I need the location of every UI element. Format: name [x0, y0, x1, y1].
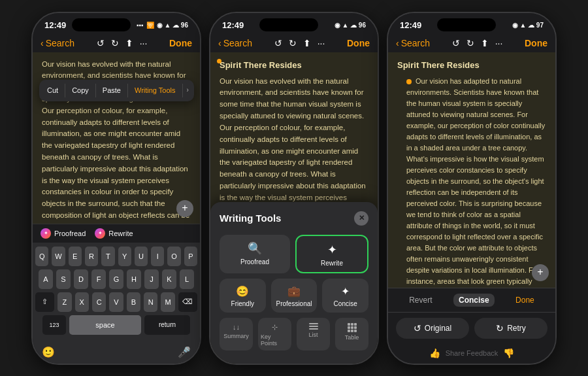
nav-back-3[interactable]: ‹ Search — [396, 38, 430, 48]
nav-done-2[interactable]: Done — [347, 38, 370, 48]
key-p[interactable]: P — [184, 247, 197, 266]
nav-done-1[interactable]: Done — [169, 38, 192, 48]
key-m[interactable]: M — [161, 292, 174, 312]
compose-icon-3[interactable]: ↺ — [452, 38, 460, 48]
key-l[interactable]: L — [180, 269, 194, 289]
note-text-1[interactable]: Our vision has evolved with the natural … — [33, 52, 200, 224]
mic-icon[interactable]: 🎤 — [178, 346, 191, 358]
professional-tool[interactable]: 💼 Professional — [271, 279, 318, 313]
key-space[interactable]: space — [69, 315, 141, 335]
key-a[interactable]: A — [39, 269, 53, 289]
nav-back-1[interactable]: ‹ Search — [41, 38, 74, 48]
nav-done-3[interactable]: Done — [525, 38, 547, 48]
phones-container: 12:49 ▪▪▪ 🛜 ◉ ▲ ☁ 96 ‹ Search ↺ ↻ ⬆ ··· … — [25, 5, 563, 371]
nav-back-2[interactable]: ‹ Search — [218, 38, 252, 48]
rewrite-tool[interactable]: ✦ Rewrite — [295, 235, 368, 273]
key-t[interactable]: T — [101, 247, 114, 266]
cut-button[interactable]: Cut — [41, 84, 65, 97]
redo-icon-2[interactable]: ↻ — [289, 38, 297, 48]
more-icon[interactable]: ··· — [140, 38, 148, 48]
concise-option[interactable]: Concise — [453, 294, 495, 307]
redo-icon-3[interactable]: ↻ — [466, 38, 474, 48]
key-s[interactable]: S — [56, 269, 71, 289]
key-h[interactable]: H — [127, 269, 141, 289]
key-return[interactable]: return — [144, 315, 190, 335]
summary-label: Summary — [223, 333, 249, 339]
paste-button[interactable]: Paste — [96, 84, 128, 97]
key-g[interactable]: G — [109, 269, 123, 289]
share-icon[interactable]: ⬆ — [125, 38, 133, 48]
copy-button[interactable]: Copy — [65, 84, 96, 97]
key-o[interactable]: O — [167, 247, 180, 266]
nav-back-label-2[interactable]: Search — [223, 38, 252, 48]
concise-icon: ✦ — [341, 285, 350, 298]
revert-option[interactable]: Revert — [404, 294, 437, 307]
time-1: 12:49 — [44, 20, 66, 30]
friendly-tool[interactable]: 😊 Friendly — [220, 279, 266, 313]
done-option[interactable]: Done — [510, 294, 540, 307]
status-icons-2: ◉ ▲ ☁ 96 — [335, 22, 366, 29]
status-bar-1: 12:49 ▪▪▪ 🛜 ◉ ▲ ☁ 96 — [33, 13, 200, 35]
table-tool[interactable]: Table — [335, 318, 368, 350]
more-icon-2[interactable]: ··· — [318, 38, 325, 48]
key-v[interactable]: V — [109, 292, 123, 312]
key-x[interactable]: X — [75, 292, 89, 312]
rewrite-button[interactable]: ✦ Rewrite — [95, 228, 133, 239]
list-tool[interactable]: List — [297, 318, 330, 350]
original-button[interactable]: ↺ Original — [396, 318, 469, 339]
original-icon: ↺ — [414, 323, 421, 333]
more-icon-3[interactable]: ··· — [495, 38, 503, 48]
key-u[interactable]: U — [135, 247, 148, 266]
redo-icon[interactable]: ↻ — [111, 38, 119, 48]
key-z[interactable]: Z — [57, 292, 71, 312]
key-d[interactable]: D — [74, 269, 88, 289]
share-icon-2[interactable]: ⬆ — [303, 38, 311, 48]
key-n[interactable]: N — [144, 292, 157, 312]
bottom-bar-1: 🙂 🎤 — [33, 343, 200, 364]
rewrite-label: Rewrite — [108, 230, 133, 237]
key-j[interactable]: J — [144, 269, 159, 289]
concise-tool[interactable]: ✦ Concise — [322, 279, 368, 313]
key-b[interactable]: B — [127, 292, 140, 312]
nav-back-label-1[interactable]: Search — [46, 38, 74, 48]
compose-icon[interactable]: ↺ — [97, 38, 105, 48]
thumbs-down-icon[interactable]: 👎 — [503, 348, 514, 358]
keyboard-1[interactable]: Q W E R T Y U I O P A S D F G H J K L — [33, 243, 200, 343]
share-icon-3[interactable]: ⬆ — [481, 38, 489, 48]
key-k[interactable]: K — [162, 269, 176, 289]
feedback-text[interactable]: Share Feedback — [446, 349, 498, 357]
key-y[interactable]: Y — [118, 247, 131, 266]
proofread-button[interactable]: ✦ Proofread — [41, 228, 86, 239]
summary-tool[interactable]: ↓↓ Summary — [220, 318, 253, 350]
nav-back-label-3[interactable]: Search — [401, 38, 430, 48]
plus-button-3[interactable]: + — [532, 264, 549, 281]
key-i[interactable]: I — [151, 247, 164, 266]
selection-dot-2 — [217, 59, 221, 63]
compose-icon-2[interactable]: ↺ — [274, 38, 282, 48]
writing-tools-button[interactable]: Writing Tools — [128, 84, 183, 97]
key-w[interactable]: W — [52, 247, 65, 266]
friendly-icon: 😊 — [236, 285, 249, 298]
key-shift[interactable]: ⇧ — [35, 292, 54, 312]
key-r[interactable]: R — [85, 247, 98, 266]
proofread-tool-icon: 🔍 — [248, 241, 262, 256]
keypoints-tool[interactable]: ⊹ Key Points — [258, 318, 291, 350]
dynamic-island-2 — [259, 18, 318, 31]
proofread-tool[interactable]: 🔍 Proofread — [220, 235, 290, 273]
key-f[interactable]: F — [91, 269, 106, 289]
note-text-3[interactable]: Spirit There Resides Our vision has adap… — [388, 52, 555, 288]
key-123[interactable]: 123 — [42, 315, 66, 335]
phone-2: 12:49 ◉ ▲ ☁ 96 ‹ Search ↺ ↻ ⬆ ··· Done S… — [209, 12, 379, 365]
key-e[interactable]: E — [69, 247, 82, 266]
retry-button[interactable]: ↻ Retry — [474, 318, 547, 339]
thumbs-up-icon[interactable]: 👍 — [429, 348, 440, 358]
summary-icon: ↓↓ — [233, 323, 240, 331]
key-c[interactable]: C — [92, 292, 106, 312]
list-icon — [309, 323, 318, 330]
emoji-icon[interactable]: 🙂 — [42, 346, 55, 358]
panel-header: Writing Tools ✕ — [220, 211, 368, 226]
close-panel-button[interactable]: ✕ — [354, 211, 368, 226]
plus-button-1[interactable]: + — [176, 200, 193, 217]
key-q[interactable]: Q — [35, 247, 48, 266]
key-backspace[interactable]: ⌫ — [178, 292, 197, 312]
